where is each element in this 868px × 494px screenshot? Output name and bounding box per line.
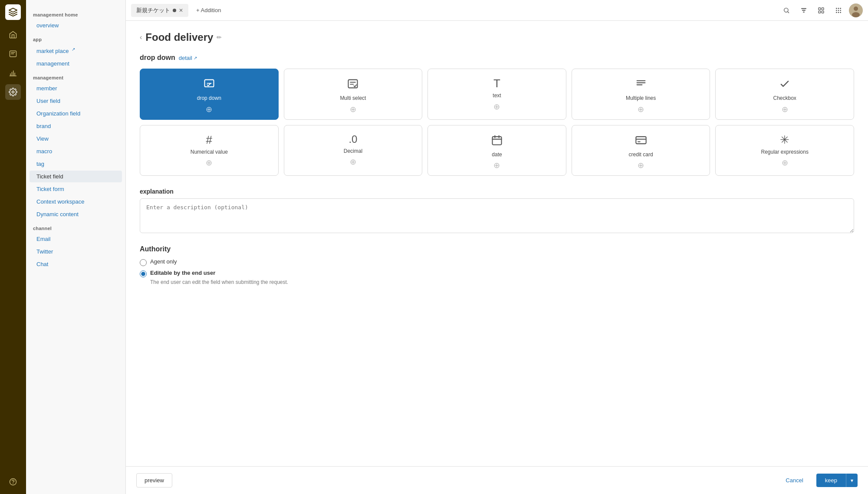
svg-point-18	[836, 12, 837, 13]
svg-rect-27	[636, 136, 646, 143]
tab-close-button[interactable]: ✕	[179, 7, 183, 13]
active-tab[interactable]: 新規チケット ✕	[131, 4, 188, 17]
field-card-drop-down[interactable]: drop down ⊕	[140, 69, 279, 120]
svg-rect-11	[822, 11, 824, 13]
sidebar-item-context-workspace[interactable]: Context workspace	[30, 196, 122, 207]
field-card-credit-card-label: credit card	[629, 151, 653, 158]
sidebar-item-tag[interactable]: tag	[30, 158, 122, 170]
sidebar-item-ticket-form[interactable]: Ticket form	[30, 183, 122, 195]
main-content: ‹ Food delivery ✏ drop down detail ↗ dro…	[126, 21, 868, 494]
sidebar-item-overview[interactable]: overview	[30, 20, 122, 31]
svg-point-16	[838, 10, 839, 11]
nav-settings-icon[interactable]	[5, 84, 21, 100]
nav-support-icon[interactable]	[5, 474, 21, 490]
field-card-numerical-value-label: Numerical value	[191, 149, 228, 156]
sidebar-item-twitter[interactable]: Twitter	[30, 246, 122, 257]
radio-editable-end-user[interactable]	[140, 270, 147, 277]
sidebar-item-user-field[interactable]: User field	[30, 95, 122, 107]
field-card-date[interactable]: date ⊕	[427, 125, 566, 176]
svg-rect-7	[803, 11, 805, 12]
sidebar-item-dynamic-content[interactable]: Dynamic content	[30, 208, 122, 220]
field-type-heading: drop down detail ↗	[140, 54, 854, 62]
svg-rect-25	[349, 80, 358, 88]
svg-rect-5	[801, 8, 806, 9]
app-section-label: App	[26, 32, 125, 44]
svg-point-23	[852, 12, 860, 17]
preview-button[interactable]: preview	[136, 473, 172, 487]
action-bar: preview Cancel keep ▾	[126, 466, 868, 494]
svg-rect-8	[819, 8, 821, 10]
sidebar-item-macro[interactable]: macro	[30, 145, 122, 157]
sidebar-item-management[interactable]: management	[30, 58, 122, 69]
add-tab-button[interactable]: + Addition	[192, 4, 225, 16]
radio-agent-only[interactable]	[140, 259, 147, 266]
svg-rect-9	[822, 8, 824, 10]
regular-expressions-add-icon: ⊕	[782, 159, 788, 167]
sidebar-item-brand[interactable]: brand	[30, 120, 122, 132]
sidebar-item-ticket-field[interactable]: Ticket field	[30, 171, 122, 182]
field-card-numerical-value[interactable]: # Numerical value ⊕	[140, 125, 279, 176]
credit-card-icon	[635, 134, 647, 148]
sidebar-item-view[interactable]: View	[30, 133, 122, 145]
field-card-multi-select-label: Multi select	[340, 95, 366, 102]
sidebar-item-market-place[interactable]: market place ↗	[30, 44, 122, 57]
field-card-multiple-lines-label: Multiple lines	[626, 95, 656, 102]
checkbox-add-icon: ⊕	[782, 105, 788, 113]
nav-home-icon[interactable]	[5, 27, 21, 43]
authority-title: Authority	[140, 245, 854, 253]
field-card-text[interactable]: T text ⊕	[427, 69, 566, 120]
explanation-textarea[interactable]	[140, 198, 854, 233]
regular-expressions-icon: ✳	[780, 134, 789, 145]
apps-button[interactable]	[832, 3, 845, 17]
app-logo[interactable]	[5, 4, 21, 20]
back-button[interactable]: ‹	[140, 33, 142, 41]
sidebar-item-organization-field[interactable]: Organization field	[30, 108, 122, 119]
cancel-button[interactable]: Cancel	[778, 474, 811, 487]
svg-point-22	[854, 7, 858, 11]
field-card-multi-select[interactable]: Multi select ⊕	[284, 69, 423, 120]
field-card-checkbox[interactable]: Checkbox ⊕	[715, 69, 854, 120]
field-card-drop-down-label: drop down	[197, 95, 221, 102]
filter-button[interactable]	[797, 3, 811, 17]
text-add-icon: ⊕	[493, 103, 500, 111]
svg-point-19	[838, 12, 839, 13]
search-button[interactable]	[779, 3, 793, 17]
text-icon: T	[493, 78, 500, 89]
field-card-regular-expressions[interactable]: ✳ Regular expressions ⊕	[715, 125, 854, 176]
drop-down-add-icon: ⊕	[206, 105, 212, 113]
nav-tickets-icon[interactable]	[5, 46, 21, 62]
sidebar-item-email[interactable]: Email	[30, 233, 122, 245]
radio-editable-end-user-label[interactable]: Editable by the end user	[150, 270, 215, 276]
multiple-lines-icon	[635, 78, 647, 92]
detail-link[interactable]: detail ↗	[179, 55, 197, 61]
date-add-icon: ⊕	[493, 161, 500, 169]
grid-button[interactable]	[814, 3, 828, 17]
main-wrapper: 新規チケット ✕ + Addition ‹	[126, 0, 868, 494]
explanation-section: explanation	[140, 188, 854, 235]
nav-reports-icon[interactable]	[5, 65, 21, 81]
topbar: 新規チケット ✕ + Addition	[126, 0, 868, 21]
svg-rect-6	[802, 10, 806, 10]
keep-dropdown-button[interactable]: ▾	[846, 474, 858, 487]
tab-label: 新規チケット	[136, 7, 170, 14]
field-card-decimal[interactable]: .0 Decimal ⊕	[284, 125, 423, 176]
channel-section-label: channel	[26, 221, 125, 233]
keep-button-group: keep ▾	[816, 474, 858, 487]
field-card-multiple-lines[interactable]: Multiple lines ⊕	[572, 69, 710, 120]
detail-external-icon: ↗	[194, 56, 197, 60]
edit-title-icon[interactable]: ✏	[217, 34, 222, 41]
topbar-right	[779, 3, 863, 17]
field-card-credit-card[interactable]: credit card ⊕	[572, 125, 710, 176]
field-card-regular-expressions-label: Regular expressions	[761, 149, 809, 156]
user-avatar[interactable]	[849, 3, 863, 17]
svg-point-17	[840, 10, 841, 11]
detail-link-text: detail	[179, 55, 192, 61]
sidebar-item-chat[interactable]: Chat	[30, 258, 122, 270]
keep-button[interactable]: keep	[816, 474, 846, 487]
radio-agent-only-label[interactable]: Agent only	[150, 258, 177, 265]
date-icon	[491, 134, 503, 148]
field-card-date-label: date	[492, 151, 502, 158]
field-type-label: drop down	[140, 54, 175, 62]
numerical-value-add-icon: ⊕	[206, 159, 212, 167]
sidebar-item-member[interactable]: member	[30, 82, 122, 94]
